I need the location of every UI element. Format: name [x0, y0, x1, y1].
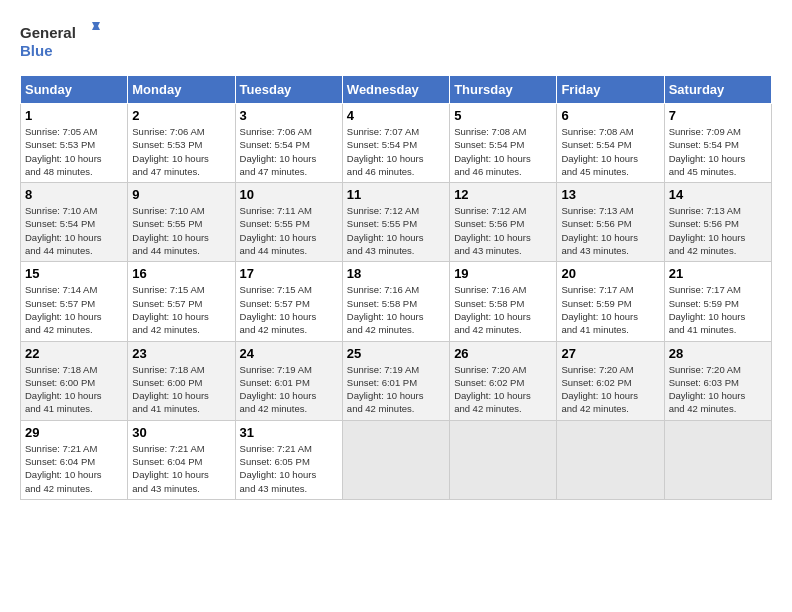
calendar-cell: 30Sunrise: 7:21 AM Sunset: 6:04 PM Dayli…	[128, 420, 235, 499]
calendar-cell: 28Sunrise: 7:20 AM Sunset: 6:03 PM Dayli…	[664, 341, 771, 420]
calendar-cell: 6Sunrise: 7:08 AM Sunset: 5:54 PM Daylig…	[557, 104, 664, 183]
day-number: 15	[25, 266, 123, 281]
weekday-header-row: SundayMondayTuesdayWednesdayThursdayFrid…	[21, 76, 772, 104]
calendar-cell: 9Sunrise: 7:10 AM Sunset: 5:55 PM Daylig…	[128, 183, 235, 262]
calendar-cell: 2Sunrise: 7:06 AM Sunset: 5:53 PM Daylig…	[128, 104, 235, 183]
day-info: Sunrise: 7:08 AM Sunset: 5:54 PM Dayligh…	[454, 125, 552, 178]
calendar-cell: 7Sunrise: 7:09 AM Sunset: 5:54 PM Daylig…	[664, 104, 771, 183]
day-number: 24	[240, 346, 338, 361]
calendar-header: SundayMondayTuesdayWednesdayThursdayFrid…	[21, 76, 772, 104]
day-number: 31	[240, 425, 338, 440]
day-number: 16	[132, 266, 230, 281]
calendar-cell: 14Sunrise: 7:13 AM Sunset: 5:56 PM Dayli…	[664, 183, 771, 262]
calendar-cell: 15Sunrise: 7:14 AM Sunset: 5:57 PM Dayli…	[21, 262, 128, 341]
calendar-cell: 27Sunrise: 7:20 AM Sunset: 6:02 PM Dayli…	[557, 341, 664, 420]
day-number: 8	[25, 187, 123, 202]
calendar-cell: 25Sunrise: 7:19 AM Sunset: 6:01 PM Dayli…	[342, 341, 449, 420]
day-number: 18	[347, 266, 445, 281]
calendar-cell: 19Sunrise: 7:16 AM Sunset: 5:58 PM Dayli…	[450, 262, 557, 341]
calendar-cell: 26Sunrise: 7:20 AM Sunset: 6:02 PM Dayli…	[450, 341, 557, 420]
weekday-header-tuesday: Tuesday	[235, 76, 342, 104]
calendar-week-5: 29Sunrise: 7:21 AM Sunset: 6:04 PM Dayli…	[21, 420, 772, 499]
day-info: Sunrise: 7:20 AM Sunset: 6:02 PM Dayligh…	[454, 363, 552, 416]
calendar-week-4: 22Sunrise: 7:18 AM Sunset: 6:00 PM Dayli…	[21, 341, 772, 420]
day-info: Sunrise: 7:11 AM Sunset: 5:55 PM Dayligh…	[240, 204, 338, 257]
calendar-cell: 13Sunrise: 7:13 AM Sunset: 5:56 PM Dayli…	[557, 183, 664, 262]
day-info: Sunrise: 7:09 AM Sunset: 5:54 PM Dayligh…	[669, 125, 767, 178]
logo: General Blue	[20, 20, 100, 65]
day-info: Sunrise: 7:19 AM Sunset: 6:01 PM Dayligh…	[240, 363, 338, 416]
day-number: 12	[454, 187, 552, 202]
calendar-cell: 5Sunrise: 7:08 AM Sunset: 5:54 PM Daylig…	[450, 104, 557, 183]
calendar-cell	[450, 420, 557, 499]
calendar-cell: 3Sunrise: 7:06 AM Sunset: 5:54 PM Daylig…	[235, 104, 342, 183]
calendar-week-2: 8Sunrise: 7:10 AM Sunset: 5:54 PM Daylig…	[21, 183, 772, 262]
weekday-header-friday: Friday	[557, 76, 664, 104]
day-number: 3	[240, 108, 338, 123]
svg-text:General: General	[20, 24, 76, 41]
calendar-cell: 8Sunrise: 7:10 AM Sunset: 5:54 PM Daylig…	[21, 183, 128, 262]
weekday-header-saturday: Saturday	[664, 76, 771, 104]
day-number: 22	[25, 346, 123, 361]
day-number: 21	[669, 266, 767, 281]
calendar-table: SundayMondayTuesdayWednesdayThursdayFrid…	[20, 75, 772, 500]
day-number: 28	[669, 346, 767, 361]
day-number: 27	[561, 346, 659, 361]
calendar-cell: 10Sunrise: 7:11 AM Sunset: 5:55 PM Dayli…	[235, 183, 342, 262]
day-info: Sunrise: 7:06 AM Sunset: 5:53 PM Dayligh…	[132, 125, 230, 178]
day-info: Sunrise: 7:07 AM Sunset: 5:54 PM Dayligh…	[347, 125, 445, 178]
day-info: Sunrise: 7:20 AM Sunset: 6:03 PM Dayligh…	[669, 363, 767, 416]
day-info: Sunrise: 7:12 AM Sunset: 5:55 PM Dayligh…	[347, 204, 445, 257]
calendar-cell: 16Sunrise: 7:15 AM Sunset: 5:57 PM Dayli…	[128, 262, 235, 341]
day-info: Sunrise: 7:10 AM Sunset: 5:54 PM Dayligh…	[25, 204, 123, 257]
day-info: Sunrise: 7:13 AM Sunset: 5:56 PM Dayligh…	[669, 204, 767, 257]
calendar-cell: 23Sunrise: 7:18 AM Sunset: 6:00 PM Dayli…	[128, 341, 235, 420]
logo-svg: General Blue	[20, 20, 100, 65]
day-info: Sunrise: 7:05 AM Sunset: 5:53 PM Dayligh…	[25, 125, 123, 178]
day-info: Sunrise: 7:08 AM Sunset: 5:54 PM Dayligh…	[561, 125, 659, 178]
svg-text:Blue: Blue	[20, 42, 53, 59]
calendar-cell: 22Sunrise: 7:18 AM Sunset: 6:00 PM Dayli…	[21, 341, 128, 420]
day-info: Sunrise: 7:18 AM Sunset: 6:00 PM Dayligh…	[132, 363, 230, 416]
calendar-cell	[664, 420, 771, 499]
day-info: Sunrise: 7:14 AM Sunset: 5:57 PM Dayligh…	[25, 283, 123, 336]
day-number: 26	[454, 346, 552, 361]
day-number: 10	[240, 187, 338, 202]
day-info: Sunrise: 7:12 AM Sunset: 5:56 PM Dayligh…	[454, 204, 552, 257]
day-number: 23	[132, 346, 230, 361]
calendar-cell	[557, 420, 664, 499]
day-number: 20	[561, 266, 659, 281]
day-number: 14	[669, 187, 767, 202]
day-number: 30	[132, 425, 230, 440]
day-number: 13	[561, 187, 659, 202]
weekday-header-monday: Monday	[128, 76, 235, 104]
day-number: 29	[25, 425, 123, 440]
day-info: Sunrise: 7:20 AM Sunset: 6:02 PM Dayligh…	[561, 363, 659, 416]
calendar-cell	[342, 420, 449, 499]
day-info: Sunrise: 7:16 AM Sunset: 5:58 PM Dayligh…	[347, 283, 445, 336]
calendar-cell: 18Sunrise: 7:16 AM Sunset: 5:58 PM Dayli…	[342, 262, 449, 341]
day-number: 7	[669, 108, 767, 123]
calendar-body: 1Sunrise: 7:05 AM Sunset: 5:53 PM Daylig…	[21, 104, 772, 500]
day-number: 17	[240, 266, 338, 281]
day-number: 5	[454, 108, 552, 123]
calendar-cell: 20Sunrise: 7:17 AM Sunset: 5:59 PM Dayli…	[557, 262, 664, 341]
day-info: Sunrise: 7:16 AM Sunset: 5:58 PM Dayligh…	[454, 283, 552, 336]
calendar-cell: 12Sunrise: 7:12 AM Sunset: 5:56 PM Dayli…	[450, 183, 557, 262]
calendar-cell: 21Sunrise: 7:17 AM Sunset: 5:59 PM Dayli…	[664, 262, 771, 341]
calendar-cell: 24Sunrise: 7:19 AM Sunset: 6:01 PM Dayli…	[235, 341, 342, 420]
day-info: Sunrise: 7:10 AM Sunset: 5:55 PM Dayligh…	[132, 204, 230, 257]
day-number: 4	[347, 108, 445, 123]
calendar-cell: 17Sunrise: 7:15 AM Sunset: 5:57 PM Dayli…	[235, 262, 342, 341]
calendar-cell: 1Sunrise: 7:05 AM Sunset: 5:53 PM Daylig…	[21, 104, 128, 183]
weekday-header-wednesday: Wednesday	[342, 76, 449, 104]
weekday-header-thursday: Thursday	[450, 76, 557, 104]
day-info: Sunrise: 7:21 AM Sunset: 6:04 PM Dayligh…	[132, 442, 230, 495]
day-number: 6	[561, 108, 659, 123]
calendar-week-3: 15Sunrise: 7:14 AM Sunset: 5:57 PM Dayli…	[21, 262, 772, 341]
day-info: Sunrise: 7:21 AM Sunset: 6:04 PM Dayligh…	[25, 442, 123, 495]
calendar-cell: 4Sunrise: 7:07 AM Sunset: 5:54 PM Daylig…	[342, 104, 449, 183]
day-number: 2	[132, 108, 230, 123]
day-info: Sunrise: 7:06 AM Sunset: 5:54 PM Dayligh…	[240, 125, 338, 178]
day-number: 25	[347, 346, 445, 361]
